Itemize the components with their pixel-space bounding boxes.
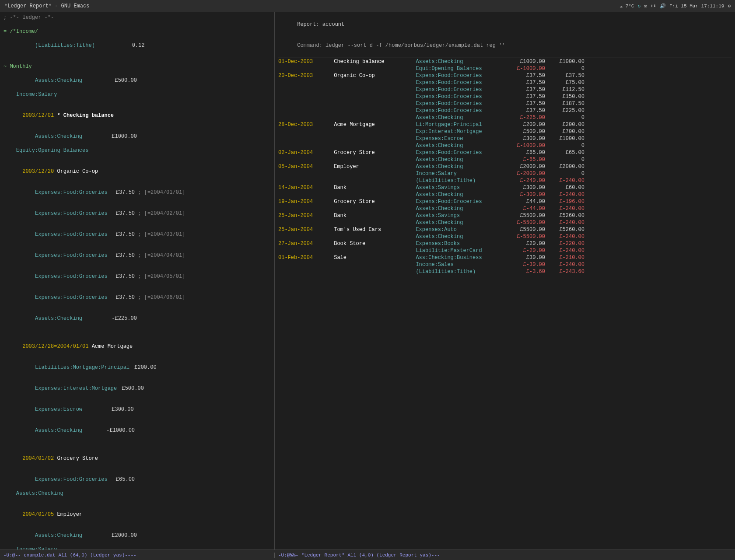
report-row: Assets:Checking £-1000.00 0 (278, 142, 732, 149)
report-row: Income:Salary £-2000.00 0 (278, 170, 732, 177)
report-row: 01-Dec-2003 Checking balance Assets:Chec… (278, 58, 732, 65)
tx-20040105-e2: Income:Salary (4, 546, 271, 550)
report-row: Income:Sales £-30.00 £-240.00 (278, 261, 732, 268)
tx-20031201: 2003/12/01 * Checking balance (4, 105, 271, 126)
report-row: Assets:Checking £-65.00 0 (278, 156, 732, 163)
network-icon: ⬆⬇ (651, 3, 656, 9)
report-row: Expens:Food:Groceries £37.50 £187.50 (278, 100, 732, 107)
report-row: 28-Dec-2003 Acme Mortgage Li:Mortgage:Pr… (278, 121, 732, 128)
report-row: Assets:Checking £-5500.00 £-240.00 (278, 219, 732, 226)
blank3 (4, 98, 271, 105)
report-row: 02-Jan-2004 Grocery Store Expens:Food:Gr… (278, 149, 732, 156)
blank-line (4, 21, 271, 28)
report-row: 27-Jan-2004 Book Store Expenses:Books £2… (278, 240, 732, 247)
statusbar-right: -U:@%%- *Ledger Report* All (4,0) (Ledge… (275, 553, 735, 558)
tx-20031201-e1: Assets:Checking £1000.00 (4, 126, 271, 147)
tx-20031220-e7: Assets:Checking -£225.00 (4, 308, 271, 329)
tx-20031228-e4: Assets:Checking -£1000.00 (4, 420, 271, 441)
tx-20031228: 2003/12/28=2004/01/01 Acme Mortgage (4, 336, 271, 357)
income-directive: = /*Income/ (4, 28, 271, 35)
checking-monthly: Assets:Checking £500.00 (4, 70, 271, 91)
blank7 (4, 497, 271, 504)
statusbar-left-text: -U:@-- example.dat All (64,0) (Ledger ya… (4, 553, 136, 558)
report-row: Expens:Food:Groceries £37.50 £75.00 (278, 79, 732, 86)
tx-20031220-e6: Expenses:Food:Groceries £37.50 ; [=2004/… (4, 287, 271, 308)
report-row: Assets:Checking £-44.00 £-240.00 (278, 205, 732, 212)
report-row: Exp:Interest:Mortgage £500.00 £700.00 (278, 128, 732, 135)
tx-20031228-e2: Expenses:Interest:Mortgage £500.00 (4, 378, 271, 399)
report-row: 05-Jan-2004 Employer Assets:Checking £20… (278, 163, 732, 170)
report-row: Expens:Food:Groceries £37.50 £150.00 (278, 93, 732, 100)
report-row: Expens:Food:Groceries £37.50 £225.00 (278, 107, 732, 114)
tx-20031220-e2: Expenses:Food:Groceries £37.50 ; [=2004/… (4, 203, 271, 224)
report-row: 14-Jan-2004 Bank Assets:Savings £300.00 … (278, 184, 732, 191)
report-row: 01-Feb-2004 Sale Ass:Checking:Business £… (278, 254, 732, 261)
tx-20031220: 2003/12/20 Organic Co-op (4, 161, 271, 182)
tx-20031220-e4: Expenses:Food:Groceries £37.50 ; [=2004/… (4, 245, 271, 266)
weather-display: ☁ 7°C (620, 3, 634, 9)
settings-icon[interactable]: ⚙ (728, 3, 731, 9)
tx-20040105: 2004/01/05 Employer (4, 504, 271, 525)
blank6 (4, 441, 271, 448)
tx-20031201-e2: Equity:Opening Balances (4, 147, 271, 154)
report-row: (Liabilities:Tithe) £-240.00 £-240.00 (278, 177, 732, 184)
report-header: Report: account (278, 14, 732, 35)
statusbar-left: -U:@-- example.dat All (64,0) (Ledger ya… (0, 553, 275, 558)
statusbar-right-text: -U:@%%- *Ledger Report* All (4,0) (Ledge… (278, 553, 440, 558)
left-pane[interactable]: ; -*- ledger -*- = /*Income/ (Liabilitie… (0, 12, 275, 550)
monthly-directive: ~ Monthly (4, 63, 271, 70)
tithe-entry: (Liabilities:Tithe) 0.12 (4, 35, 271, 56)
report-divider (278, 57, 732, 57)
right-pane: Report: account Command: ledger --sort d… (275, 12, 735, 550)
tx-20031228-e3: Expenses:Escrow £300.00 (4, 399, 271, 420)
tx-20040105-e1: Assets:Checking £2000.00 (4, 525, 271, 546)
main-area: ; -*- ledger -*- = /*Income/ (Liabilitie… (0, 12, 735, 550)
blank2 (4, 56, 271, 63)
report-row: Liabilitie:MasterCard £-20.00 £-240.00 (278, 247, 732, 254)
report-row: 25-Jan-2004 Bank Assets:Savings £5500.00… (278, 212, 732, 219)
report-content: 01-Dec-2003 Checking balance Assets:Chec… (278, 58, 732, 275)
report-row: Expenses:Escrow £300.00 £1000.00 (278, 135, 732, 142)
tx-20031220-e5: Expenses:Food:Groceries £37.50 ; [=2004/… (4, 266, 271, 287)
email-icon: ✉ (644, 3, 647, 9)
report-command: Command: ledger --sort d -f /home/borbus… (278, 35, 732, 56)
tx-20031220-e1: Expenses:Food:Groceries £37.50 ; [=2004/… (4, 182, 271, 203)
titlebar-right: ☁ 7°C ↻ ✉ ⬆⬇ 🔊 Fri 15 Mar 17:11:19 ⚙ (620, 3, 731, 9)
volume-icon: 🔊 (660, 3, 666, 9)
report-row: (Liabilities:Tithe) £-3.60 £-243.60 (278, 268, 732, 275)
tx-20040102-e2: Assets:Checking (4, 490, 271, 497)
blank4 (4, 154, 271, 161)
report-row: 19-Jan-2004 Grocery Store Expens:Food:Gr… (278, 198, 732, 205)
window-title: *Ledger Report* - GNU Emacs (4, 3, 89, 9)
report-row: Assets:Checking £-300.00 £-240.00 (278, 191, 732, 198)
blank5 (4, 329, 271, 336)
report-row: 20-Dec-2003 Organic Co-op Expens:Food:Gr… (278, 72, 732, 79)
statusbar: -U:@-- example.dat All (64,0) (Ledger ya… (0, 550, 735, 560)
tx-20031220-e3: Expenses:Food:Groceries £37.50 ; [=2004/… (4, 224, 271, 245)
tx-20031228-e1: Liabilities:Mortgage:Principal £200.00 (4, 357, 271, 378)
tx-20040102-e1: Expenses:Food:Groceries £65.00 (4, 469, 271, 490)
income-salary: Income:Salary (4, 91, 271, 98)
refresh-icon: ↻ (637, 3, 640, 9)
tx-20040102: 2004/01/02 Grocery Store (4, 448, 271, 469)
report-row: Assets:Checking £-5500.00 £-240.00 (278, 233, 732, 240)
report-row: Assets:Checking £-225.00 0 (278, 114, 732, 121)
datetime-display: Fri 15 Mar 17:11:19 (669, 4, 724, 9)
ledger-header-comment: ; -*- ledger -*- (4, 14, 271, 21)
titlebar: *Ledger Report* - GNU Emacs ☁ 7°C ↻ ✉ ⬆⬇… (0, 0, 735, 12)
report-row: 25-Jan-2004 Tom's Used Cars Expenses:Aut… (278, 226, 732, 233)
report-row: Expens:Food:Groceries £37.50 £112.50 (278, 86, 732, 93)
report-row: Equi:Opening Balances £-1000.00 0 (278, 65, 732, 72)
